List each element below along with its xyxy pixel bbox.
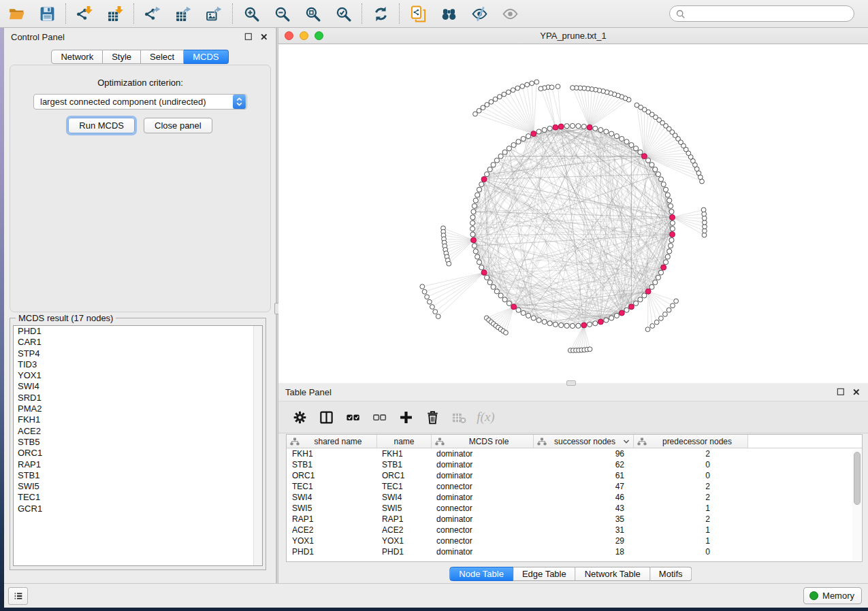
mcds-node[interactable] — [628, 304, 634, 310]
network-node[interactable] — [667, 198, 672, 203]
deselect-all-button[interactable] — [371, 409, 388, 426]
network-node[interactable] — [570, 123, 575, 128]
table-row[interactable]: YOX1YOX1connector291 — [287, 535, 862, 546]
horizontal-splitter-handle[interactable] — [566, 380, 576, 386]
network-node[interactable] — [659, 316, 664, 321]
network-node[interactable] — [491, 163, 496, 167]
import-network-button[interactable] — [75, 4, 94, 23]
zoom-selected-button[interactable] — [334, 4, 353, 23]
network-node[interactable] — [487, 280, 492, 284]
mcds-node[interactable] — [645, 288, 651, 294]
network-node[interactable] — [559, 323, 564, 327]
mcds-result-list[interactable]: PHD1CAR1STP4TID3YOX1SWI4SRD1PMA2FKH1ACE2… — [13, 325, 263, 566]
network-node[interactable] — [604, 129, 609, 134]
network-node[interactable] — [498, 293, 503, 298]
table-cell[interactable]: SWI5 — [377, 503, 432, 513]
table-cell[interactable]: 29 — [534, 536, 634, 546]
network-node[interactable] — [433, 310, 438, 314]
network-node[interactable] — [669, 244, 673, 248]
network-node[interactable] — [489, 99, 494, 104]
table-row[interactable]: ACE2ACE2connector311 — [287, 525, 862, 535]
table-row[interactable]: TEC1TEC1connector472 — [287, 481, 862, 492]
network-node[interactable] — [658, 270, 663, 275]
delete-table-button[interactable] — [451, 409, 468, 426]
network-node[interactable] — [491, 284, 496, 289]
table-cell[interactable]: FKH1 — [377, 449, 432, 459]
table-cell[interactable]: connector — [432, 536, 534, 546]
network-node[interactable] — [494, 289, 499, 294]
table-cell[interactable]: 2 — [634, 449, 748, 459]
show-eye-button[interactable] — [500, 4, 519, 23]
network-node[interactable] — [526, 313, 531, 318]
table-cell[interactable]: ACE2 — [287, 525, 377, 535]
column-header-name[interactable]: name — [377, 435, 432, 448]
table-cell[interactable]: 0 — [634, 547, 748, 557]
run-mcds-button[interactable]: Run MCDS — [68, 118, 135, 133]
table-cell[interactable]: 2 — [634, 493, 748, 502]
table-cell[interactable]: connector — [432, 482, 534, 491]
tab-motifs[interactable]: Motifs — [650, 567, 692, 581]
delete-column-button[interactable] — [424, 409, 441, 426]
mcds-node-item[interactable]: FKH1 — [14, 414, 262, 425]
table-cell[interactable]: 18 — [534, 547, 634, 557]
network-node[interactable] — [542, 319, 547, 324]
table-cell[interactable]: STB1 — [377, 460, 432, 469]
network-node[interactable] — [663, 187, 668, 192]
network-node[interactable] — [656, 172, 660, 177]
network-node[interactable] — [576, 323, 581, 328]
function-button[interactable]: f(x) — [477, 409, 494, 426]
table-cell[interactable]: 62 — [534, 460, 634, 469]
network-node[interactable] — [526, 134, 531, 139]
network-node[interactable] — [425, 295, 430, 299]
mcds-node[interactable] — [598, 319, 603, 325]
network-node[interactable] — [436, 314, 440, 319]
network-node[interactable] — [507, 301, 511, 306]
mcds-node[interactable] — [553, 125, 558, 130]
zoom-out-button[interactable] — [272, 4, 291, 23]
table-cell[interactable]: ORC1 — [377, 471, 432, 480]
mcds-node-item[interactable]: ORC1 — [14, 448, 262, 459]
column-header-shared-name[interactable]: shared name — [287, 435, 377, 448]
network-node[interactable] — [515, 86, 520, 90]
table-cell[interactable]: dominator — [432, 547, 534, 557]
network-node[interactable] — [581, 124, 586, 129]
network-node[interactable] — [556, 84, 560, 89]
network-node[interactable] — [477, 260, 481, 265]
network-node[interactable] — [525, 82, 530, 87]
float-panel-icon[interactable] — [244, 32, 253, 42]
network-node[interactable] — [485, 103, 489, 108]
table-cell[interactable]: 46 — [534, 493, 634, 502]
network-node[interactable] — [669, 210, 674, 214]
mcds-node[interactable] — [558, 124, 564, 129]
table-cell[interactable]: dominator — [432, 460, 534, 469]
table-row[interactable]: SWI4SWI4dominator462 — [287, 492, 862, 503]
network-node[interactable] — [477, 187, 481, 192]
table-cell[interactable]: TEC1 — [377, 482, 432, 491]
network-node[interactable] — [674, 299, 679, 303]
mcds-node-item[interactable]: SWI4 — [14, 381, 262, 392]
network-node[interactable] — [666, 308, 671, 312]
network-node[interactable] — [507, 90, 511, 95]
mcds-node[interactable] — [670, 232, 675, 237]
clone-network-button[interactable] — [408, 4, 428, 23]
network-node[interactable] — [649, 163, 654, 167]
network-node[interactable] — [564, 323, 569, 328]
network-node[interactable] — [485, 172, 489, 177]
network-node[interactable] — [576, 124, 581, 129]
network-node[interactable] — [653, 167, 658, 171]
network-canvas[interactable] — [278, 44, 868, 382]
network-node[interactable] — [547, 321, 552, 326]
network-node[interactable] — [670, 227, 675, 231]
zoom-fit-button[interactable] — [303, 4, 322, 23]
network-node[interactable] — [598, 127, 603, 132]
network-node[interactable] — [701, 208, 706, 212]
mcds-node-item[interactable]: PMA2 — [14, 403, 262, 414]
column-header-predecessor-nodes[interactable]: predecessor nodes — [634, 435, 748, 448]
table-scrollbar[interactable] — [852, 449, 861, 561]
open-folder-button[interactable] — [7, 4, 26, 23]
task-history-button[interactable] — [8, 587, 28, 605]
network-node[interactable] — [479, 182, 484, 186]
table-cell[interactable]: SWI4 — [287, 493, 377, 502]
network-node[interactable] — [634, 146, 639, 151]
select-all-button[interactable] — [344, 409, 361, 426]
